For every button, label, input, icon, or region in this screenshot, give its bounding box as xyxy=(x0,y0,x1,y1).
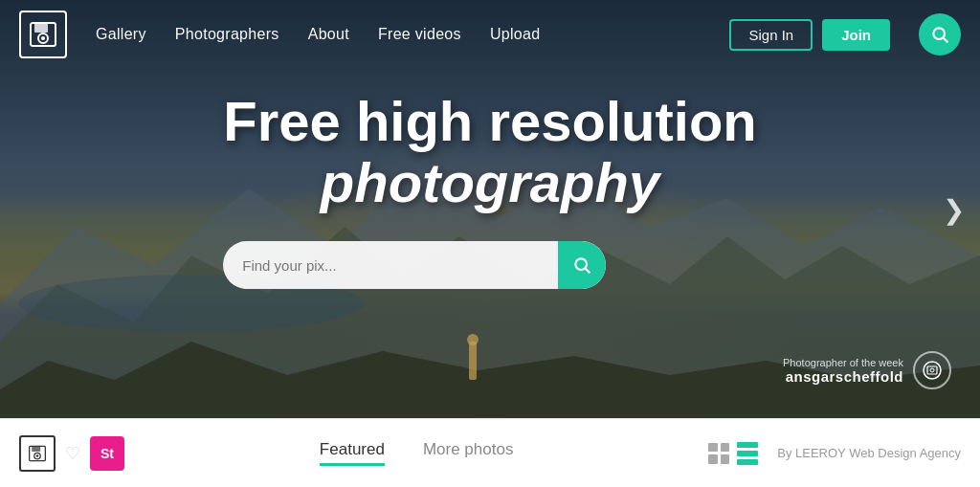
logo[interactable] xyxy=(19,11,67,58)
svg-point-12 xyxy=(576,259,588,271)
bottom-logo-icon xyxy=(28,445,47,462)
bottom-tabs: Featured More photos xyxy=(124,440,708,466)
nav-actions: Sign In Join xyxy=(729,19,890,51)
logo-icon xyxy=(29,21,57,48)
nav-photographers[interactable]: Photographers xyxy=(175,26,279,43)
search-icon xyxy=(930,25,949,44)
svg-rect-15 xyxy=(927,366,937,374)
svg-point-5 xyxy=(467,334,479,345)
tab-more-photos[interactable]: More photos xyxy=(423,440,514,466)
nav-links: Gallery Photographers About Free videos … xyxy=(96,26,729,43)
view-toggle xyxy=(708,442,758,465)
svg-point-10 xyxy=(933,28,945,39)
photographer-of-week: Photographer of the week ansgarscheffold xyxy=(783,351,951,389)
hero-title: Free high resolution photography xyxy=(223,91,757,213)
bottom-icons: ♡ St xyxy=(19,435,124,472)
by-label: By LEEROY Web Design Agency xyxy=(777,446,961,460)
navbar: Gallery Photographers About Free videos … xyxy=(0,0,980,69)
bottom-logo[interactable] xyxy=(19,435,56,472)
nav-gallery[interactable]: Gallery xyxy=(96,26,146,43)
svg-point-16 xyxy=(930,368,934,372)
svg-point-14 xyxy=(924,362,941,379)
svg-line-13 xyxy=(586,269,590,274)
tab-featured[interactable]: Featured xyxy=(320,440,385,466)
hero-next-button[interactable]: ❯ xyxy=(943,193,965,225)
nav-about[interactable]: About xyxy=(308,26,349,43)
hero-search-bar xyxy=(223,241,606,289)
nav-upload[interactable]: Upload xyxy=(490,26,541,43)
potw-name[interactable]: ansgarscheffold xyxy=(783,368,903,385)
potw-badge xyxy=(913,351,951,389)
svg-rect-7 xyxy=(34,23,48,33)
svg-line-11 xyxy=(944,38,948,43)
grid-view-button[interactable] xyxy=(708,443,729,464)
svg-rect-18 xyxy=(32,446,40,452)
potw-label: Photographer of the week xyxy=(783,357,903,368)
nav-free-videos[interactable]: Free videos xyxy=(378,26,461,43)
hero-search-input[interactable] xyxy=(242,257,558,274)
sign-in-button[interactable]: Sign In xyxy=(729,19,813,51)
hero-search-icon xyxy=(572,255,591,275)
hero-content: Free high resolution photography xyxy=(223,91,757,290)
list-view-button[interactable] xyxy=(737,442,758,465)
join-button[interactable]: Join xyxy=(822,19,890,51)
bottom-bar: ♡ St Featured More photos By LEEROY Web … xyxy=(0,418,980,487)
search-circle-button[interactable] xyxy=(919,13,961,55)
st-badge[interactable]: St xyxy=(90,436,124,471)
svg-point-20 xyxy=(36,454,39,457)
hero-search-button[interactable] xyxy=(558,241,606,289)
svg-point-9 xyxy=(41,36,45,40)
heart-icon[interactable]: ♡ xyxy=(65,443,80,464)
potw-text: Photographer of the week ansgarscheffold xyxy=(783,357,903,385)
svg-rect-4 xyxy=(469,342,477,380)
